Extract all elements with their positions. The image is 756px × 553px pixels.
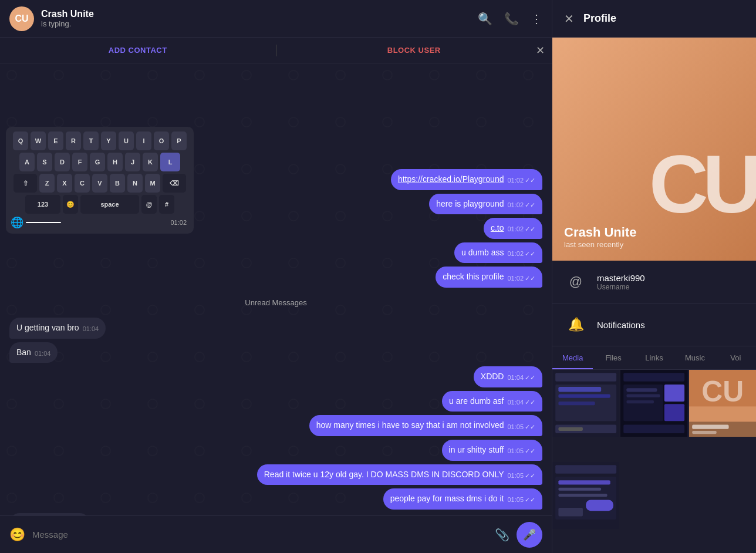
svg-rect-30 xyxy=(558,508,583,517)
message-meta: 01:02 ✓✓ xyxy=(507,225,535,234)
profile-header: ✕ Profile xyxy=(552,0,756,38)
add-contact-button[interactable]: ADD CONTACT xyxy=(0,39,276,62)
kb-key-a[interactable]: A xyxy=(19,153,35,171)
kb-globe-icon[interactable]: 🌐 xyxy=(11,216,23,229)
kb-emoji-key[interactable]: 😊 xyxy=(63,195,78,214)
top-bar-close-button[interactable]: ✕ xyxy=(536,44,545,57)
kb-row-2: A S D F G H J K L xyxy=(11,153,189,171)
attach-icon[interactable]: 📎 xyxy=(495,528,509,542)
message-meta: 01:04 ✓✓ xyxy=(507,398,535,407)
message-bubble: check this profile 01:02 ✓✓ xyxy=(436,267,542,288)
tab-media[interactable]: Media xyxy=(552,346,593,369)
kb-hash-key[interactable]: # xyxy=(159,195,174,214)
kb-key-u[interactable]: U xyxy=(119,131,134,150)
svg-rect-9 xyxy=(624,373,685,382)
message-link[interactable]: c.to xyxy=(491,223,504,232)
kb-key-i[interactable]: I xyxy=(136,131,151,150)
message-bubble: https://cracked.io/Playground 01:02 ✓✓ xyxy=(391,169,542,190)
message-meta: 01:04 xyxy=(83,325,99,333)
profile-close-button[interactable]: ✕ xyxy=(564,12,574,26)
kb-key-e[interactable]: E xyxy=(48,131,63,150)
kb-key-q[interactable]: Q xyxy=(13,131,28,150)
kb-key-g[interactable]: G xyxy=(90,153,105,171)
message-bubble: here is playground 01:02 ✓✓ xyxy=(429,194,542,215)
kb-key-m[interactable]: M xyxy=(145,174,160,193)
message-row: No scammer 01:06 xyxy=(9,513,542,515)
notifications-icon: 🔔 xyxy=(564,313,588,336)
message-meta: 01:02 ✓✓ xyxy=(507,249,535,258)
kb-key-b[interactable]: B xyxy=(110,174,125,193)
username-icon: @ xyxy=(564,270,588,294)
message-meta: 01:04 ✓✓ xyxy=(507,373,535,382)
tab-voice[interactable]: Voi xyxy=(716,346,756,369)
message-bubble: c.to 01:02 ✓✓ xyxy=(484,218,542,239)
kb-key-r[interactable]: R xyxy=(66,131,81,150)
username-value: masterki990 xyxy=(597,273,645,283)
more-icon[interactable]: ⋮ xyxy=(531,12,542,26)
call-icon[interactable]: 📞 xyxy=(504,12,519,26)
mic-button[interactable]: 🎤 xyxy=(517,522,542,548)
kb-key-s[interactable]: S xyxy=(37,153,52,171)
kb-key-z[interactable]: Z xyxy=(39,174,55,193)
kb-backspace-key[interactable]: ⌫ xyxy=(163,174,186,193)
kb-key-j[interactable]: J xyxy=(125,153,140,171)
svg-rect-24 xyxy=(555,465,616,474)
unread-messages-divider: Unread Messages xyxy=(9,298,542,307)
emoji-button[interactable]: 😊 xyxy=(9,527,25,542)
kb-space-key[interactable]: space xyxy=(80,195,139,214)
kb-key-t[interactable]: T xyxy=(83,131,99,150)
kb-key-l[interactable]: L xyxy=(160,153,180,171)
kb-key-d[interactable]: D xyxy=(55,153,70,171)
kb-key-k[interactable]: K xyxy=(143,153,158,171)
profile-info-section: @ masterki990 Username 🔔 Notifications xyxy=(552,261,756,346)
kb-key-c[interactable]: C xyxy=(75,174,90,193)
tab-files[interactable]: Files xyxy=(593,346,633,369)
notifications-label: Notifications xyxy=(597,320,645,330)
input-area: 😊 📎 🎤 xyxy=(0,515,552,553)
media-thumb-2[interactable] xyxy=(620,370,687,437)
kb-shift-key[interactable]: ⇧ xyxy=(14,174,37,193)
kb-key-x[interactable]: X xyxy=(57,174,72,193)
kb-key-o[interactable]: O xyxy=(154,131,169,150)
search-icon[interactable]: 🔍 xyxy=(478,12,492,26)
svg-rect-29 xyxy=(586,500,613,511)
message-meta: 01:02 ✓✓ xyxy=(507,201,535,210)
media-thumb-4[interactable] xyxy=(552,462,619,529)
profile-avatar-section: CU Crash Unite last seen recently xyxy=(552,38,756,261)
svg-rect-21 xyxy=(692,425,728,429)
tab-links[interactable]: Links xyxy=(634,346,674,369)
svg-rect-1 xyxy=(555,373,616,382)
keyboard-overlay: Q W E R T Y U I O P A S D F G H J K L xyxy=(6,127,194,234)
block-user-button[interactable]: BLOCK USER xyxy=(276,39,552,62)
message-row: check this profile 01:02 ✓✓ xyxy=(9,267,542,288)
message-link[interactable]: https://cracked.io/Playground xyxy=(398,174,504,184)
kb-at-key[interactable]: @ xyxy=(141,195,157,214)
message-input[interactable] xyxy=(32,530,488,539)
message-bubble: u are dumb asf 01:04 ✓✓ xyxy=(442,391,542,412)
kb-time: 01:02 xyxy=(170,219,189,226)
kb-key-n[interactable]: N xyxy=(127,174,143,193)
profile-notifications-item[interactable]: 🔔 Notifications xyxy=(552,304,756,346)
media-thumb-1[interactable] xyxy=(552,370,619,437)
kb-123-key[interactable]: 123 xyxy=(25,195,60,214)
username-sublabel: Username xyxy=(597,283,645,291)
tab-music[interactable]: Music xyxy=(674,346,715,369)
message-bubble: how many times i have to say that i am n… xyxy=(309,415,542,436)
profile-notifications-text: Notifications xyxy=(597,320,645,330)
kb-key-h[interactable]: H xyxy=(107,153,123,171)
kb-key-f[interactable]: F xyxy=(72,153,87,171)
profile-panel: ✕ Profile CU Crash Unite last seen recen… xyxy=(552,0,756,553)
svg-rect-22 xyxy=(692,431,717,434)
message-row: u are dumb asf 01:04 ✓✓ xyxy=(9,391,542,412)
messages-area[interactable]: Q W E R T Y U I O P A S D F G H J K L xyxy=(0,63,552,515)
svg-rect-16 xyxy=(624,425,685,434)
contact-avatar: CU xyxy=(9,6,34,31)
profile-last-seen: last seen recently xyxy=(564,240,744,249)
kb-key-w[interactable]: W xyxy=(31,131,46,150)
kb-key-y[interactable]: Y xyxy=(101,131,116,150)
top-bar: ADD CONTACT BLOCK USER ✕ xyxy=(0,38,552,63)
message-meta: 01:05 ✓✓ xyxy=(507,495,535,504)
kb-key-v[interactable]: V xyxy=(92,174,107,193)
kb-key-p[interactable]: P xyxy=(171,131,187,150)
media-thumb-3[interactable]: CU xyxy=(689,370,756,437)
